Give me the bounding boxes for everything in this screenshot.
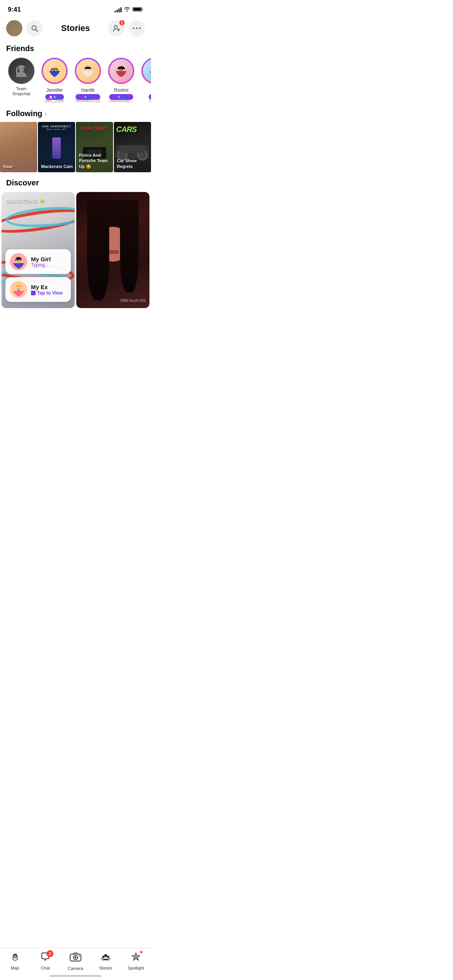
car-crazy-label: CAR CRAZY [81,126,108,131]
friend-item-team-snapchat[interactable]: TeamSnapchat [5,58,38,103]
chat-item-mygirl[interactable]: My Girl Typing... [5,249,71,274]
following-card-label-police: Police AndPorsche TeamUp 🤩 [79,152,108,169]
chat-info-mygirl: My Girl Typing... [31,256,66,268]
chat-name-myex: My Ex [31,284,66,290]
chat-item-myex[interactable]: My Ex Tap to View [5,277,71,302]
header-left [6,20,43,36]
svg-point-9 [139,27,141,29]
friend-item-roshni[interactable]: Roshni +👤 roshnichav... [105,58,138,103]
chat-avatar-myex [10,281,27,298]
chat-status-myex: Tap to View [31,290,66,296]
discover-section-header: Discover [0,172,151,192]
status-icons [115,7,143,13]
following-card-label-kaur: Kaur [3,164,13,169]
header: Stories 1 [0,17,151,41]
friend-username-jennifer: dev_2506 [45,98,64,103]
notification-badge: 1 [118,19,125,26]
friend-name-hardik: Hardik [81,87,95,93]
friends-section-header: Friends [0,41,151,58]
discover-right-subtitle: Mtlb kuch bhi [120,298,146,303]
discover-card-left[interactable]: DEADZONE ★ [2,192,75,308]
friend-username-hardik: hkothari1510 [76,98,100,103]
chat-info-myex: My Ex Tap to View [31,284,66,296]
following-section-header[interactable]: Following › [0,103,151,122]
friend-name-jennifer: Jennifer [46,87,63,93]
svg-point-8 [136,27,137,29]
search-button[interactable] [26,20,43,36]
following-grid: Kaur ONE VANDERBILTNew York, NY Mackenzi… [0,122,151,172]
following-card-kaur[interactable]: Kaur [0,122,37,172]
svg-point-30 [17,288,18,289]
more-button[interactable] [129,20,145,36]
signal-icon [115,7,122,12]
following-title: Following [6,109,42,118]
discover-grid: DEADZONE ★ [0,192,151,308]
friend-item-aks[interactable]: A... +👤 aks... [138,58,151,103]
friend-name-roshni: Roshni [114,87,128,93]
friend-username-roshni: roshnichav... [109,98,133,103]
svg-point-21 [122,70,123,71]
status-bar: 9:41 [0,0,151,17]
cars-top-label: CARS [116,125,137,134]
deadzone-label: DEADZONE ★ [6,198,45,204]
svg-point-4 [114,26,117,29]
following-card-carshow[interactable]: CARS Car ShowRegrets [114,122,151,172]
svg-point-31 [19,288,20,289]
wifi-icon [124,7,130,13]
deadzone-star: ★ [39,198,45,204]
svg-rect-1 [134,8,141,10]
discover-card-right[interactable]: Mtlb kuch bhi [76,192,149,308]
svg-point-7 [133,27,134,29]
chat-name-mygirl: My Girl [31,256,66,262]
add-friend-button[interactable]: 1 [108,20,125,36]
friends-row: TeamSnapchat [0,58,151,103]
chat-items: My Girl Typing... [2,249,75,302]
status-time: 9:41 [8,6,21,14]
friend-username-aks: aks... [149,98,151,103]
avatar[interactable] [6,20,22,36]
friend-item-jennifer[interactable]: Jennifer +👤 dev_2506 [38,58,71,103]
svg-point-20 [120,70,121,71]
chat-avatar-mygirl [10,253,27,270]
following-card-mackenzie[interactable]: ONE VANDERBILTNew York, NY Mackenzie Cai… [38,122,75,172]
battery-icon [132,7,143,13]
chat-status-mygirl: Typing... [31,262,66,268]
friend-name-team-snapchat: TeamSnapchat [12,86,30,96]
page-title: Stories [61,23,90,33]
following-card-label-mackenzie: Mackenzie Cain [41,164,73,169]
following-chevron-icon: › [45,110,46,117]
following-card-label-carshow: Car ShowRegrets [117,158,137,169]
following-card-police[interactable]: CAR CRAZY Police AndPorsche TeamUp 🤩 [76,122,113,172]
friend-item-hardik[interactable]: Hardik +👤 hkothari1510 [71,58,105,103]
svg-line-3 [36,30,38,32]
header-right: 1 [108,20,145,36]
tap-square-icon [31,291,36,295]
